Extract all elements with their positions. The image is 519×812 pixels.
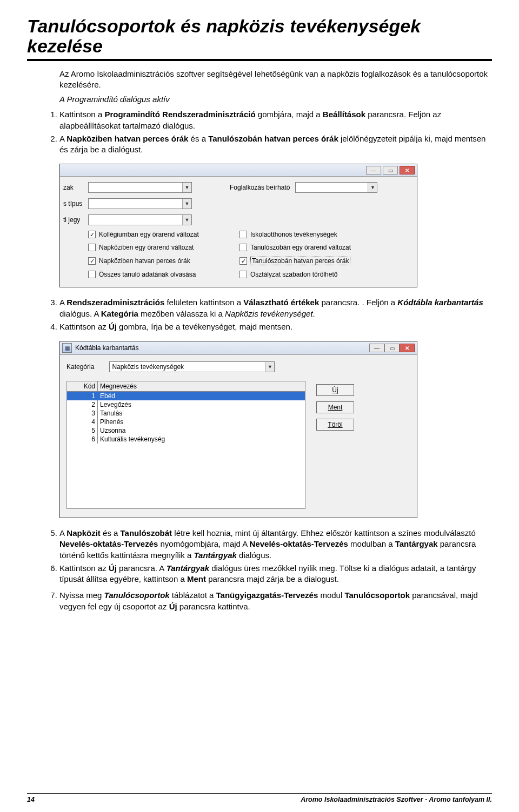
category-label: Kategória — [66, 363, 94, 371]
close-button[interactable]: ✕ — [400, 166, 415, 175]
subhead: A Programindító dialógus aktív — [59, 95, 492, 104]
foglalkozas-combo[interactable]: ▼ — [295, 182, 377, 193]
maximize-button[interactable]: ▭ — [384, 344, 400, 352]
checkbox-label: Tanulószobán hatvan perces órák — [250, 257, 350, 265]
chevron-down-icon: ▼ — [182, 199, 191, 209]
step-3: A Rendszeradminisztrációs felületen katt… — [59, 297, 492, 319]
cell-kod: 6 — [67, 435, 98, 444]
cell-megnevezes: Uzsonna — [98, 426, 305, 435]
stipus-combo[interactable]: ▼ — [88, 198, 192, 209]
cell-kod: 3 — [67, 409, 98, 418]
checkbox-icon — [239, 257, 247, 265]
maximize-button[interactable]: ▭ — [383, 166, 398, 175]
page-footer: 14 Aromo Iskolaadminisztrációs Szoftver … — [27, 793, 492, 803]
step-6: Kattintson az Új parancsra. A Tantárgyak… — [59, 563, 492, 585]
step-5: A Napközit és a Tanulószobát létre kell … — [59, 528, 492, 561]
chevron-down-icon: ▼ — [182, 183, 191, 192]
title-rule — [27, 59, 492, 61]
checkbox-label: Napköziben hatvan perces órák — [99, 257, 190, 265]
table-row[interactable]: 3Tanulás — [67, 409, 305, 418]
code-table: Kód Megnevezés 1Ebéd2Levegőzés3Tanulás4P… — [66, 381, 305, 509]
checkbox-icon — [239, 244, 247, 251]
checkbox-item[interactable]: Tanulószobán hatvan perces órák — [239, 257, 391, 265]
app-icon: ▦ — [62, 343, 72, 353]
category-select[interactable]: Napközis tevékenységek ▼ — [109, 361, 275, 372]
checkbox-icon — [88, 257, 96, 265]
table-row[interactable]: 2Levegőzés — [67, 400, 305, 409]
cell-megnevezes: Ebéd — [98, 392, 305, 400]
cell-kod: 5 — [67, 426, 98, 435]
table-header: Kód Megnevezés — [67, 381, 305, 392]
checkbox-icon — [239, 231, 247, 238]
checkbox-item[interactable]: Összes tanuló adatának olvasása — [88, 271, 239, 278]
checkbox-item[interactable]: Iskolaotthonos tevékenységek — [239, 231, 391, 238]
checkbox-label: Tanulószobán egy órarend változat — [250, 244, 351, 251]
steps-5-6: A Napközit és a Tanulószobát létre kell … — [46, 528, 492, 585]
field-label-tijegy: ti jegy — [63, 216, 88, 224]
checkbox-item[interactable]: Tanulószobán egy órarend változat — [239, 244, 391, 251]
minimize-button[interactable]: — — [366, 166, 381, 175]
field-label-stipus: s típus — [63, 200, 88, 207]
checkbox-label: Iskolaotthonos tevékenységek — [250, 231, 337, 238]
chevron-down-icon: ▼ — [265, 362, 274, 372]
window-title: Kódtábla karbantartás — [75, 344, 369, 352]
category-value: Napközis tevékenységek — [112, 363, 184, 371]
page-number: 14 — [27, 796, 35, 803]
cell-kod: 1 — [67, 392, 98, 400]
footer-text: Aromo Iskolaadminisztrációs Szoftver - A… — [301, 796, 492, 803]
step-7: Nyissa meg Tanulócsoportok táblázatot a … — [59, 590, 492, 612]
checkbox-item[interactable]: Osztályzat szabadon törölhető — [239, 271, 391, 278]
chevron-down-icon: ▼ — [182, 215, 191, 225]
step-1: Kattintson a Programindító Rendszeradmin… — [59, 109, 492, 131]
checkbox-item[interactable]: Napköziben egy órarend változat — [88, 244, 239, 251]
cell-megnevezes: Tanulás — [98, 409, 305, 418]
table-row[interactable]: 6Kulturális tevékenység — [67, 435, 305, 444]
screenshot-kodtabla: ▦ Kódtábla karbantartás — ▭ ✕ Kategória … — [59, 341, 417, 518]
cell-megnevezes: Kulturális tevékenység — [98, 435, 305, 444]
tijegy-combo[interactable]: ▼ — [88, 214, 192, 225]
cell-megnevezes: Pihenés — [98, 418, 305, 426]
window-titlebar: ▦ Kódtábla karbantartás — ▭ ✕ — [60, 341, 417, 355]
minimize-button[interactable]: — — [369, 344, 384, 352]
step-4: Kattintson az Új gombra, írja be a tevék… — [59, 321, 492, 332]
checkbox-label: Összes tanuló adatának olvasása — [99, 271, 196, 278]
checkbox-label: Napköziben egy órarend változat — [99, 244, 194, 251]
col-kod: Kód — [67, 381, 98, 391]
close-button[interactable]: ✕ — [400, 344, 415, 352]
page-title: Tanulócsoportok és napközis tevékenysége… — [27, 16, 492, 57]
checkbox-item[interactable]: Kollégiumban egy órarend változat — [88, 231, 239, 238]
checkbox-item[interactable]: Napköziben hatvan perces órák — [88, 257, 239, 265]
screenshot-settings: — ▭ ✕ zak ▼ Foglalkozás beírható ▼ s típ… — [59, 164, 417, 287]
steps-7: Nyissa meg Tanulócsoportok táblázatot a … — [46, 590, 492, 612]
step-2: A Napköziben hatvan perces órák és a Tan… — [59, 133, 492, 156]
cell-megnevezes: Levegőzés — [98, 400, 305, 409]
table-row[interactable]: 4Pihenés — [67, 418, 305, 426]
table-row[interactable]: 5Uzsonna — [67, 426, 305, 435]
checkbox-icon — [88, 244, 96, 251]
col-megnevezes: Megnevezés — [98, 381, 305, 391]
checkbox-icon — [88, 271, 96, 278]
checkbox-icon — [88, 231, 96, 238]
checkbox-label: Kollégiumban egy órarend változat — [99, 231, 199, 238]
steps-1-2: Kattintson a Programindító Rendszeradmin… — [46, 109, 492, 155]
cell-kod: 2 — [67, 400, 98, 409]
window-titlebar: — ▭ ✕ — [60, 164, 417, 177]
cell-kod: 4 — [67, 418, 98, 426]
field-label-zak: zak — [63, 184, 88, 191]
ment-button[interactable]: Ment — [316, 401, 354, 413]
chevron-down-icon: ▼ — [368, 183, 377, 192]
field-label-foglalkozas: Foglalkozás beírható — [230, 184, 290, 191]
checkbox-label: Osztályzat szabadon törölhető — [250, 271, 337, 278]
zak-combo[interactable]: ▼ — [88, 182, 192, 193]
torol-button[interactable]: Töröl — [316, 419, 354, 431]
checkbox-icon — [239, 271, 247, 278]
steps-3-4: A Rendszeradminisztrációs felületen katt… — [46, 297, 492, 332]
intro-text: Az Aromo Iskolaadminisztrációs szoftver … — [59, 69, 492, 91]
table-row[interactable]: 1Ebéd — [67, 392, 305, 400]
uj-button[interactable]: Új — [316, 384, 354, 396]
